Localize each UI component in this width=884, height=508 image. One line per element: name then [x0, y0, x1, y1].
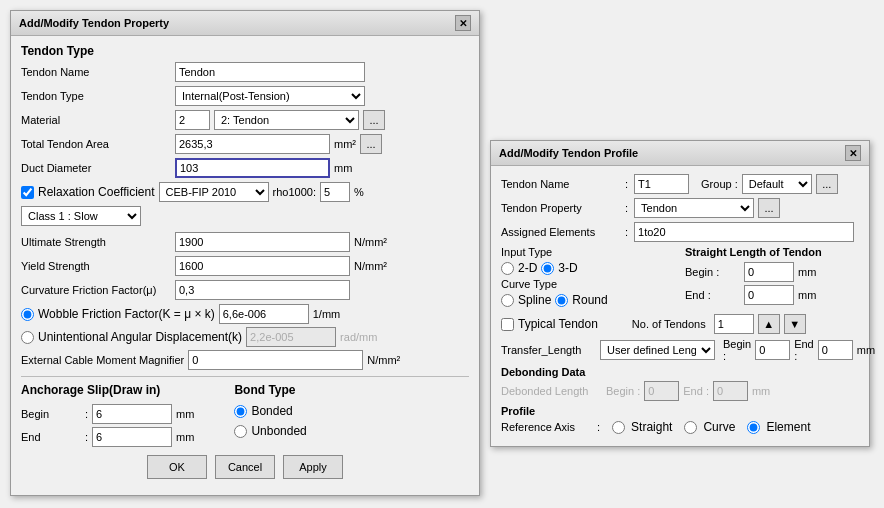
wobble-label: Wobble Friction Factor(K = μ × k)	[38, 307, 215, 321]
yield-input[interactable]	[175, 256, 350, 276]
ultimate-label: Ultimate Strength	[21, 236, 171, 248]
assigned-elements-label: Assigned Elements	[501, 226, 621, 238]
anchorage-end-label: End	[21, 431, 81, 443]
duct-diameter-input[interactable]	[175, 158, 330, 178]
material-number-input[interactable]	[175, 110, 210, 130]
tendon-profile-close-button[interactable]: ✕	[845, 145, 861, 161]
straight-radio[interactable]	[612, 421, 625, 434]
tendon-profile-title: Add/Modify Tendon Profile	[499, 147, 638, 159]
bonded-label: Bonded	[251, 404, 292, 418]
reference-axis-label: Reference Axis	[501, 421, 591, 433]
2d-label: 2-D	[518, 261, 537, 275]
wobble-radio[interactable]	[21, 308, 34, 321]
tendon-property-dialog: Add/Modify Tendon Property ✕ Tendon Type…	[10, 10, 480, 496]
3d-radio[interactable]	[541, 262, 554, 275]
ultimate-unit: N/mm²	[354, 236, 387, 248]
unintentional-unit: rad/mm	[340, 331, 377, 343]
group-browse-button[interactable]: ...	[816, 174, 838, 194]
ultimate-input[interactable]	[175, 232, 350, 252]
assigned-elements-input[interactable]	[634, 222, 854, 242]
class-select[interactable]: Class 1 : Slow	[21, 206, 141, 226]
material-select[interactable]: 2: Tendon	[214, 110, 359, 130]
profile-tendon-property-label: Tendon Property	[501, 202, 621, 214]
2d-radio[interactable]	[501, 262, 514, 275]
tendon-property-titlebar: Add/Modify Tendon Property ✕	[11, 11, 479, 36]
debond-begin-input	[644, 381, 679, 401]
unintentional-radio[interactable]	[21, 331, 34, 344]
curvature-input[interactable]	[175, 280, 350, 300]
anchorage-section-label: Anchorage Slip(Draw in)	[21, 383, 194, 397]
external-input[interactable]	[188, 350, 363, 370]
group-label: Group :	[701, 178, 738, 190]
profile-tendon-name-input[interactable]	[634, 174, 689, 194]
straight-begin-input[interactable]	[744, 262, 794, 282]
tendon-name-label: Tendon Name	[21, 66, 171, 78]
transfer-end-input[interactable]	[818, 340, 853, 360]
material-browse-button[interactable]: ...	[363, 110, 385, 130]
transfer-length-label: Transfer_Length	[501, 344, 596, 356]
curve-radio[interactable]	[684, 421, 697, 434]
curve-label: Curve	[703, 420, 735, 434]
group-select[interactable]: Default	[742, 174, 812, 194]
straight-end-unit: mm	[798, 289, 816, 301]
debonded-length-label: Debonded Length	[501, 385, 596, 397]
unintentional-input	[246, 327, 336, 347]
tendons-up-button[interactable]: ▲	[758, 314, 780, 334]
cancel-button[interactable]: Cancel	[215, 455, 275, 479]
transfer-begin-input[interactable]	[755, 340, 790, 360]
straight-begin-label: Begin :	[685, 266, 740, 278]
transfer-begin-label: Begin :	[723, 338, 751, 362]
straight-end-input[interactable]	[744, 285, 794, 305]
yield-unit: N/mm²	[354, 260, 387, 272]
spline-radio[interactable]	[501, 294, 514, 307]
transfer-end-label: End :	[794, 338, 814, 362]
tendon-name-input[interactable]	[175, 62, 365, 82]
anchorage-begin-label: Begin	[21, 408, 81, 420]
total-area-browse-button[interactable]: ...	[360, 134, 382, 154]
typical-tendon-checkbox[interactable]	[501, 318, 514, 331]
rho1000-label: rho1000:	[273, 186, 316, 198]
external-unit: N/mm²	[367, 354, 400, 366]
typical-tendon-label: Typical Tendon	[518, 317, 598, 331]
round-radio[interactable]	[555, 294, 568, 307]
tendon-property-close-button[interactable]: ✕	[455, 15, 471, 31]
tendon-profile-titlebar: Add/Modify Tendon Profile ✕	[491, 141, 869, 166]
wobble-input[interactable]	[219, 304, 309, 324]
unintentional-label: Unintentional Angular Displacement(k)	[38, 330, 242, 344]
apply-button[interactable]: Apply	[283, 455, 343, 479]
debonding-data-label: Debonding Data	[501, 366, 859, 378]
profile-section-label: Profile	[501, 405, 859, 417]
ok-button[interactable]: OK	[147, 455, 207, 479]
element-radio[interactable]	[747, 421, 760, 434]
anchorage-end-input[interactable]	[92, 427, 172, 447]
unbonded-label: Unbonded	[251, 424, 306, 438]
relaxation-label: Relaxation Coefficient	[38, 185, 155, 199]
bonded-radio[interactable]	[234, 405, 247, 418]
round-label: Round	[572, 293, 607, 307]
anchorage-begin-input[interactable]	[92, 404, 172, 424]
3d-label: 3-D	[558, 261, 577, 275]
tendon-type-select[interactable]: Internal(Post-Tension)	[175, 86, 365, 106]
tendon-property-select[interactable]: Tendon	[634, 198, 754, 218]
debond-end-input	[713, 381, 748, 401]
no-of-tendons-input[interactable]	[714, 314, 754, 334]
relaxation-std-select[interactable]: CEB-FIP 2010	[159, 182, 269, 202]
transfer-end-unit: mm	[857, 344, 875, 356]
tendon-property-browse-button[interactable]: ...	[758, 198, 780, 218]
curve-type-label: Curve Type	[501, 278, 675, 290]
yield-label: Yield Strength	[21, 260, 171, 272]
no-of-tendons-label: No. of Tendons	[632, 318, 706, 330]
straight-label: Straight	[631, 420, 672, 434]
unbonded-radio[interactable]	[234, 425, 247, 438]
element-label: Element	[766, 420, 810, 434]
relaxation-checkbox[interactable]	[21, 186, 34, 199]
spline-label: Spline	[518, 293, 551, 307]
tendon-profile-dialog: Add/Modify Tendon Profile ✕ Tendon Name …	[490, 140, 870, 447]
external-label: External Cable Moment Magnifier	[21, 354, 184, 366]
total-area-input[interactable]	[175, 134, 330, 154]
tendons-down-button[interactable]: ▼	[784, 314, 806, 334]
transfer-length-select[interactable]: User defined Length	[600, 340, 715, 360]
debond-end-label: End :	[683, 385, 709, 397]
duct-diameter-label: Duct Diameter	[21, 162, 171, 174]
rho1000-input[interactable]	[320, 182, 350, 202]
